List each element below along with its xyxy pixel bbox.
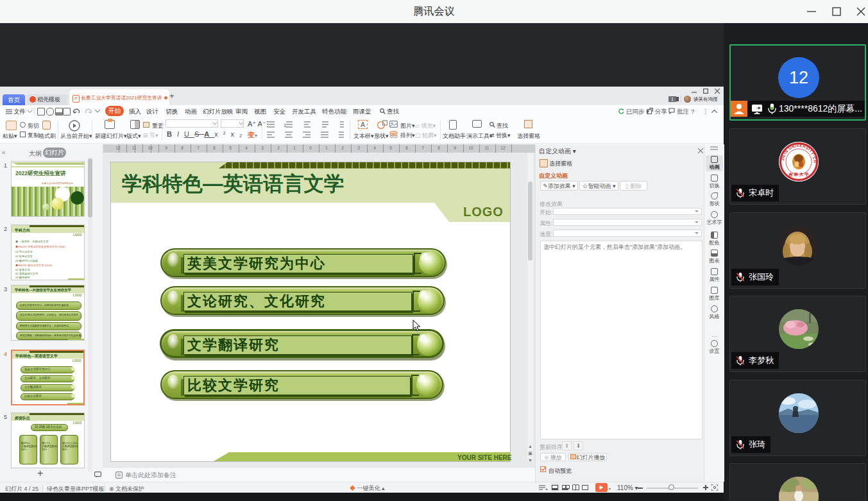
svg-text:吉 林 大 学: 吉 林 大 学 [788,172,809,177]
svg-text:1: 1 [284,123,287,128]
